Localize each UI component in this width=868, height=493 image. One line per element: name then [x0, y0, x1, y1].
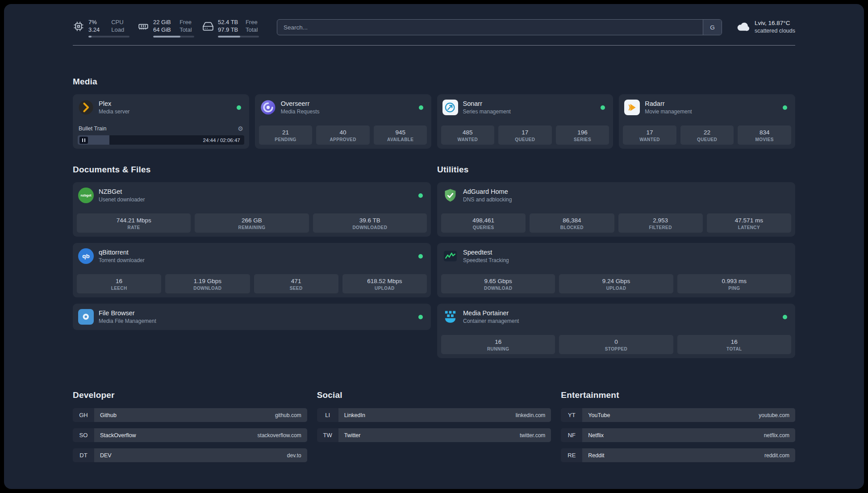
app-name: NZBGet [99, 188, 413, 196]
stat-label: SERIES [558, 137, 608, 142]
status-dot [783, 315, 787, 319]
plex-card[interactable]: Plex Media server Bullet Train ⚙ 24:44 /… [73, 94, 249, 149]
bookmark-stackoverflow[interactable]: SO StackOverflow stackoverflow.com [73, 428, 307, 442]
bookmark-name: Netflix [588, 432, 604, 439]
plex-now-playing-widget: Bullet Train ⚙ 24:44 / 02:06:47 [77, 125, 245, 145]
stat-value: 9.65 Gbps [443, 277, 553, 285]
bookmark-url: youtube.com [759, 412, 789, 418]
memory-total-label: Total [179, 26, 194, 33]
stat-value: 945 [376, 129, 426, 136]
bookmark-group-developer: Developer GH Github github.com SO StackO… [73, 390, 307, 468]
qbittorrent-card[interactable]: qb qBittorrent Torrent downloader 16 LEE… [73, 243, 431, 297]
qbittorrent-glyph: qb [82, 253, 90, 259]
app-name: Plex [99, 100, 232, 108]
search-input[interactable] [277, 20, 703, 35]
stat-pending: 21 PENDING [259, 125, 313, 145]
memory-icon [138, 21, 149, 32]
search-provider-button[interactable]: G [703, 20, 722, 35]
stat-value: 471 [256, 277, 337, 285]
bookmark-name: YouTube [588, 412, 610, 418]
bookmark-twitter[interactable]: TW Twitter twitter.com [317, 428, 551, 442]
sonarr-card[interactable]: Sonarr Series management 485 WANTED 17 Q… [437, 94, 613, 149]
section-documents: Documents & Files nzbget NZBGet Usenet d… [73, 165, 431, 358]
memory-free-label: Free [179, 18, 194, 26]
sonarr-icon [442, 100, 458, 115]
memory-widget: 22 GiB Free 64 GiB Total [138, 18, 194, 38]
widget-settings-icon[interactable]: ⚙ [238, 125, 243, 132]
adguard-card[interactable]: AdGuard Home DNS and adblocking 498,461 … [437, 182, 795, 237]
stat-value: 485 [443, 129, 493, 136]
search-bar[interactable]: G [277, 19, 722, 35]
section-title-utilities: Utilities [437, 165, 795, 175]
bookmark-name: DEV [100, 452, 112, 459]
stat-remaining: 266 GB REMAINING [195, 213, 309, 233]
portainer-card[interactable]: Media Portainer Container management 16 … [437, 304, 795, 358]
stat-value: 16 [679, 338, 789, 346]
bookmark-abbr: TW [317, 428, 338, 442]
app-subtitle: DNS and adblocking [463, 196, 790, 203]
pause-button[interactable] [79, 137, 88, 144]
filebrowser-card[interactable]: File Browser Media File Management [73, 304, 431, 330]
radarr-icon [624, 100, 640, 115]
section-utilities: Utilities AdGuard Home [437, 165, 795, 358]
stat-value: 744.21 Mbps [79, 217, 189, 224]
cpu-load: 3.24 [88, 26, 105, 33]
bookmark-abbr: SO [73, 428, 94, 442]
disk-icon [202, 21, 214, 32]
stat-label: DOWNLOAD [443, 286, 553, 291]
weather-widget: Lviv, 16.87°C scattered clouds [735, 19, 795, 34]
cpu-widget: 7% CPU 3.24 Load [73, 18, 129, 38]
nzbget-card[interactable]: nzbget NZBGet Usenet downloader 744.21 M… [73, 182, 431, 237]
bookmark-dev[interactable]: DT DEV dev.to [73, 448, 307, 462]
stat-label: STOPPED [561, 347, 671, 351]
app-name: qBittorrent [99, 248, 413, 257]
app-subtitle: Speedtest Tracking [463, 257, 790, 264]
stat-value: 0.993 ms [679, 277, 789, 285]
memory-total: 64 GiB [153, 26, 173, 33]
bookmark-youtube[interactable]: YT YouTube youtube.com [561, 408, 795, 422]
overseerr-card[interactable]: Overseerr Media Requests 21 PENDING 40 A… [255, 94, 431, 149]
bookmark-url: github.com [275, 412, 301, 418]
status-dot [783, 105, 787, 110]
stat-label: RUNNING [443, 347, 553, 351]
bookmark-linkedin[interactable]: LI LinkedIn linkedin.com [317, 408, 551, 422]
stat-upload: 9.24 Gbps UPLOAD [559, 274, 673, 293]
stat-wanted: 485 WANTED [441, 125, 495, 145]
stat-label: QUEUED [682, 137, 732, 142]
app-name: Media Portainer [463, 309, 778, 318]
stat-value: 39.6 TB [315, 217, 425, 224]
bookmark-abbr: RE [561, 448, 582, 462]
stat-ping: 0.993 ms PING [677, 274, 791, 293]
radarr-card[interactable]: Radarr Movie management 17 WANTED 22 QUE… [619, 94, 795, 149]
bookmark-group-title: Developer [73, 390, 307, 400]
bookmark-abbr: LI [317, 408, 338, 422]
bookmark-github[interactable]: GH Github github.com [73, 408, 307, 422]
speedtest-card[interactable]: Speedtest Speedtest Tracking 9.65 Gbps D… [437, 243, 795, 297]
status-dot [419, 105, 423, 110]
bookmark-group-title: Entertainment [561, 390, 795, 400]
section-media: Media Plex Media server [73, 77, 795, 149]
bookmark-netflix[interactable]: NF Netflix netflix.com [561, 428, 795, 442]
cpu-icon [73, 21, 84, 32]
playback-progressbar[interactable]: 24:44 / 02:06:47 [78, 135, 244, 145]
stat-label: QUERIES [443, 225, 524, 230]
portainer-icon [442, 309, 458, 325]
app-subtitle: Media Requests [281, 108, 414, 115]
stat-value: 618.52 Mbps [344, 277, 425, 285]
nzbget-glyph: nzbget [80, 193, 91, 197]
disk-total-label: Total [246, 26, 259, 33]
app-subtitle: Container management [463, 318, 778, 325]
stat-downloaded: 39.6 TB DOWNLOADED [313, 213, 427, 233]
stat-label: LEECH [79, 286, 159, 291]
app-subtitle: Torrent downloader [99, 257, 413, 264]
stat-label: RATE [79, 225, 189, 230]
stat-download: 1.19 Gbps DOWNLOAD [165, 274, 250, 293]
bookmark-reddit[interactable]: RE Reddit reddit.com [561, 448, 795, 462]
speedtest-icon [442, 248, 458, 264]
app-subtitle: Media File Management [99, 318, 413, 325]
bookmark-url: linkedin.com [516, 412, 546, 418]
stat-value: 22 [682, 129, 732, 136]
cpu-label: CPU [111, 18, 129, 26]
app-subtitle: Series management [463, 108, 596, 115]
stat-label: TOTAL [679, 347, 789, 351]
